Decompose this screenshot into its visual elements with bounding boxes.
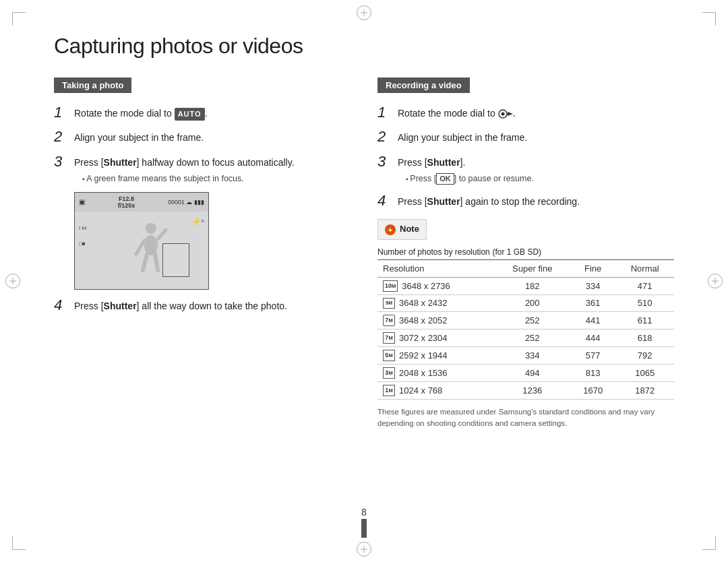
table-row: 9M 3648 x 2432 200 361 510: [377, 294, 674, 311]
camera-top-bar: ▣ F12.8f/125s 00001 ☁ ▮▮▮: [75, 193, 208, 212]
svg-line-4: [143, 254, 147, 270]
cell-fine: 1670: [570, 381, 615, 399]
note-icon: +: [385, 224, 396, 235]
taking-photo-step4: 4 Press [Shutter] all the way down to ta…: [54, 296, 351, 314]
note-box: + Note: [377, 219, 427, 240]
cell-fine: 577: [570, 346, 615, 364]
rec-step-text-4: Press [Shutter] again to stop the record…: [398, 192, 580, 209]
rec-step-1: 1 Rotate the mode dial to .: [377, 104, 674, 121]
cell-superfine: 252: [494, 329, 570, 346]
step-text-2: Align your subject in the frame.: [74, 128, 204, 145]
step-1: 1 Rotate the mode dial to AUTO.: [54, 104, 351, 121]
rec-step-text-2: Align your subject in the frame.: [398, 128, 527, 145]
recording-video-header: Recording a video: [377, 77, 470, 93]
focus-frame: [162, 243, 189, 277]
page-bar: [361, 519, 367, 538]
page-number: 8: [361, 507, 367, 538]
taking-photo-steps: 1 Rotate the mode dial to AUTO. 2 Align …: [54, 104, 351, 185]
res-icon: 3M: [383, 367, 395, 379]
taking-photo-header: Taking a photo: [54, 77, 131, 93]
flash-icon: ⚡ⁿ: [191, 217, 204, 226]
res-icon: 5M: [383, 350, 395, 361]
cell-normal: 1065: [615, 364, 674, 381]
step-sub-3: A green frame means the subject in focus…: [74, 173, 295, 185]
rec-step-text-3: Press [Shutter]. Press [OK] to pause or …: [398, 153, 534, 185]
step-2: 2 Align your subject in the frame.: [54, 128, 351, 146]
cell-resolution: 1M 1024 x 768: [377, 382, 494, 399]
table-row: 5M 2592 x 1944 334 577 792: [377, 346, 674, 364]
indicator-1: I M: [79, 225, 86, 231]
cell-fine: 444: [570, 329, 615, 346]
cell-fine: 334: [570, 277, 615, 294]
cell-superfine: 252: [494, 311, 570, 329]
svg-line-3: [158, 230, 166, 239]
table-row: 7M 3072 x 2304 252 444 618: [377, 329, 674, 346]
res-icon: 10M: [383, 280, 398, 292]
table-body: 10M 3648 x 2736 182 334 471 9M 3648 x 24…: [377, 277, 674, 399]
rec-step-num-4: 4: [377, 192, 392, 210]
cell-fine: 361: [570, 294, 615, 311]
svg-marker-8: [508, 112, 513, 116]
camera-exposure: F12.8f/125s: [118, 195, 135, 209]
auto-badge: AUTO: [175, 108, 205, 121]
cell-normal: 618: [615, 329, 674, 346]
cell-superfine: 182: [494, 277, 570, 294]
svg-line-5: [155, 254, 158, 270]
video-mode-icon: [498, 108, 513, 119]
step-3: 3 Press [Shutter] halfway down to focus …: [54, 153, 351, 185]
step-num-3: 3: [54, 153, 69, 170]
cell-normal: 611: [615, 311, 674, 329]
camera-display: ▣ F12.8f/125s 00001 ☁ ▮▮▮: [74, 192, 209, 290]
cell-fine: 813: [570, 364, 615, 381]
cell-normal: 1872: [615, 381, 674, 399]
res-icon: 9M: [383, 298, 395, 309]
svg-point-0: [146, 223, 156, 234]
step-text-1: Rotate the mode dial to AUTO.: [74, 104, 208, 121]
res-icon: 1M: [383, 385, 395, 396]
ok-badge: OK: [436, 173, 454, 185]
cell-superfine: 1236: [494, 381, 570, 399]
table-row: 3M 2048 x 1536 494 813 1065: [377, 364, 674, 381]
col-header-superfine: Super fine: [494, 259, 570, 277]
res-icon: 7M: [383, 315, 395, 326]
rec-step-sub-3: Press [OK] to pause or resume.: [398, 173, 534, 185]
cell-normal: 471: [615, 277, 674, 294]
cell-normal: 792: [615, 346, 674, 364]
step-num-4: 4: [54, 296, 69, 314]
rec-step-4: 4 Press [Shutter] again to stop the reco…: [377, 192, 674, 210]
table-row: 7M 3648 x 2052 252 441 611: [377, 311, 674, 329]
step-num-1: 1: [54, 104, 69, 121]
cell-resolution: 7M 3648 x 2052: [377, 312, 494, 329]
svg-point-7: [501, 113, 504, 116]
camera-count: 00001 ☁ ▮▮▮: [168, 199, 204, 206]
step-text-3: Press [Shutter] halfway down to focus au…: [74, 153, 295, 185]
cell-superfine: 200: [494, 294, 570, 311]
rec-step-2: 2 Align your subject in the frame.: [377, 128, 674, 146]
cell-superfine: 494: [494, 364, 570, 381]
cell-resolution: 3M 2048 x 1536: [377, 365, 494, 381]
recording-video-section: Recording a video 1 Rotate the mode dial…: [377, 77, 674, 429]
cell-fine: 441: [570, 311, 615, 329]
resolution-table: Resolution Super fine Fine Normal 10M 36…: [377, 259, 674, 400]
indicator-2: □■: [79, 241, 86, 247]
taking-photo-section: Taking a photo 1 Rotate the mode dial to…: [54, 77, 351, 429]
rec-step-num-1: 1: [377, 104, 392, 121]
rec-step-3: 3 Press [Shutter]. Press [OK] to pause o…: [377, 153, 674, 185]
cell-resolution: 9M 3648 x 2432: [377, 295, 494, 311]
rec-step-num-2: 2: [377, 128, 392, 146]
cell-resolution: 10M 3648 x 2736: [377, 278, 494, 294]
camera-body: I M □■ ⚡ⁿ: [75, 212, 208, 289]
svg-line-2: [136, 241, 144, 254]
cell-normal: 510: [615, 294, 674, 311]
col-header-resolution: Resolution: [377, 259, 494, 277]
note-label: Note: [400, 224, 419, 234]
col-header-normal: Normal: [615, 259, 674, 277]
left-indicators: I M □■: [79, 225, 86, 247]
camera-icon: ▣: [79, 198, 85, 206]
table-row: 1M 1024 x 768 1236 1670 1872: [377, 381, 674, 399]
cell-superfine: 334: [494, 346, 570, 364]
step-4: 4 Press [Shutter] all the way down to ta…: [54, 296, 351, 314]
rec-step-text-1: Rotate the mode dial to .: [398, 104, 516, 121]
col-header-fine: Fine: [570, 259, 615, 277]
footnote: These figures are measured under Samsung…: [377, 406, 674, 430]
